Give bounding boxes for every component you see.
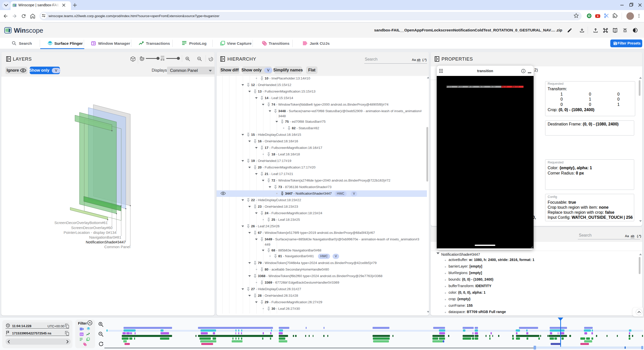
svg-text:NotificationShade#3447: NotificationShade#3447 bbox=[86, 240, 126, 244]
svg-text:PointerLocation - display 0#13: PointerLocation - display 0#134 bbox=[64, 230, 116, 235]
svg-text:ScreenDecorOverlay#60: ScreenDecorOverlay#60 bbox=[71, 226, 112, 230]
svg-text:Common Panel: Common Panel bbox=[104, 245, 130, 249]
svg-text:NavigationBar0#81: NavigationBar0#81 bbox=[89, 235, 121, 239]
svg-text:ScreenDecorOverlayBottom#61: ScreenDecorOverlayBottom#61 bbox=[54, 221, 108, 225]
